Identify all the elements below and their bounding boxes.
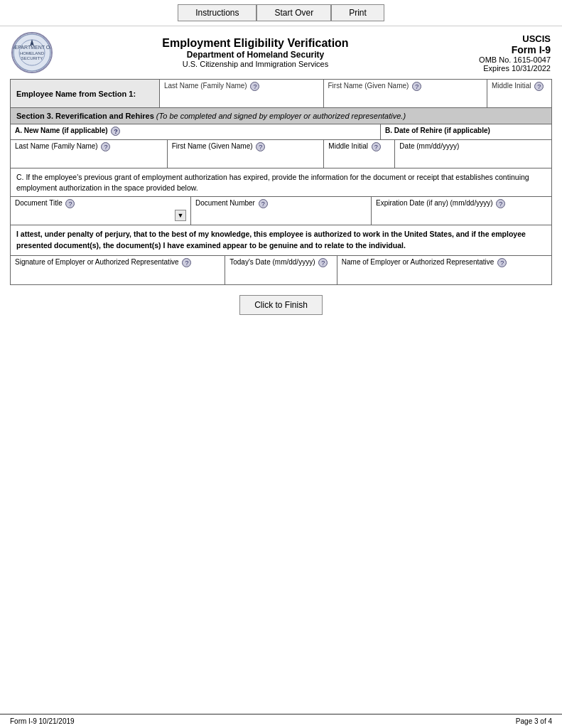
employee-name-fields: Last Name (Family Name) ? First Name (Gi… bbox=[160, 80, 551, 107]
doc-title-field: Document Title ? ▼ bbox=[11, 197, 191, 225]
doc-number-field: Document Number ? bbox=[191, 197, 372, 225]
print-button[interactable]: Print bbox=[331, 4, 384, 21]
doc-title-input[interactable] bbox=[15, 208, 175, 223]
s3-date-cell: Date (mm/dd/yyyy) bbox=[395, 140, 551, 168]
s3-first-name-cell: First Name (Given Name) ? bbox=[168, 140, 325, 168]
form-container: Employee Name from Section 1: Last Name … bbox=[10, 79, 552, 285]
expires: Expires 10/31/2022 bbox=[458, 64, 551, 73]
employee-name-row: Employee Name from Section 1: Last Name … bbox=[11, 80, 551, 108]
svg-text:SECURITY: SECURITY bbox=[21, 56, 43, 60]
col-a-label: A. New Name (if applicable) ? bbox=[15, 127, 376, 136]
section3-subtitle: (To be completed and signed by employer … bbox=[156, 112, 406, 120]
sig-input[interactable] bbox=[15, 267, 220, 282]
page-footer: Form I-9 10/21/2019 Page 3 of 4 bbox=[0, 714, 562, 728]
employee-name-label-text: Employee Name from Section 1: bbox=[16, 90, 136, 98]
employer-name-cell: Name of Employer or Authorized Represent… bbox=[337, 256, 551, 284]
attestation-row: I attest, under penalty of perjury, that… bbox=[11, 225, 551, 256]
doc-number-label: Document Number ? bbox=[195, 199, 367, 208]
expiration-date-field: Expiration Date (if any) (mm/dd/yyyy) ? bbox=[372, 197, 551, 225]
s3-middle-initial-label: Middle Initial ? bbox=[328, 142, 390, 151]
middle-initial-label: Middle Initial ? bbox=[492, 82, 547, 91]
s3-last-name-label: Last Name (Family Name) ? bbox=[15, 142, 163, 151]
doc-fields-row: Document Title ? ▼ Document Number ? Exp… bbox=[11, 197, 551, 225]
logo: DEPARTMENT OF HOMELAND SECURITY bbox=[11, 32, 53, 73]
doc-title-help-icon[interactable]: ? bbox=[65, 199, 75, 208]
header: DEPARTMENT OF HOMELAND SECURITY Employme… bbox=[0, 26, 562, 79]
doc-title-dropdown-button[interactable]: ▼ bbox=[175, 210, 186, 221]
middle-initial-field: Middle Initial ? bbox=[487, 80, 551, 107]
svg-text:HOMELAND: HOMELAND bbox=[20, 51, 45, 55]
expiration-date-label: Expiration Date (if any) (mm/dd/yyyy) ? bbox=[376, 199, 547, 208]
s3-first-name-input[interactable] bbox=[172, 151, 320, 166]
section3-ab-row: A. New Name (if applicable) ? B. Date of… bbox=[11, 124, 551, 140]
omb-number: OMB No. 1615-0047 bbox=[458, 55, 551, 64]
employer-name-label: Name of Employer or Authorized Represent… bbox=[342, 258, 547, 267]
sig-date-cell: Today's Date (mm/dd/yyyy) ? bbox=[225, 256, 337, 284]
employer-name-input[interactable] bbox=[342, 267, 547, 282]
doc-number-input[interactable] bbox=[195, 208, 367, 223]
start-over-button[interactable]: Start Over bbox=[256, 4, 331, 21]
employee-name-label: Employee Name from Section 1: bbox=[11, 80, 160, 107]
s3-last-name-input[interactable] bbox=[15, 151, 163, 166]
svg-text:DEPARTMENT OF: DEPARTMENT OF bbox=[13, 45, 51, 50]
first-name-label: First Name (Given Name) ? bbox=[328, 82, 483, 91]
employer-name-help-icon[interactable]: ? bbox=[497, 258, 507, 267]
footer-right: Page 3 of 4 bbox=[516, 717, 552, 725]
click-to-finish-button[interactable]: Click to Finish bbox=[239, 295, 323, 315]
col-a-help-icon[interactable]: ? bbox=[111, 127, 120, 136]
s3-date-input[interactable] bbox=[399, 150, 547, 164]
expiration-date-help-icon[interactable]: ? bbox=[496, 199, 505, 208]
footer-left: Form I-9 10/21/2019 bbox=[10, 717, 75, 725]
instructions-button[interactable]: Instructions bbox=[178, 4, 256, 21]
s3-middle-initial-cell: Middle Initial ? bbox=[324, 140, 395, 168]
col-b-label: B. Date of Rehire (if applicable) bbox=[385, 127, 547, 134]
sig-date-input[interactable] bbox=[229, 267, 333, 282]
header-center: Employment Eligibility Verification Depa… bbox=[53, 37, 458, 68]
doc-title-wrapper: ▼ bbox=[15, 208, 186, 223]
signature-row: Signature of Employer or Authorized Repr… bbox=[11, 256, 551, 284]
first-name-help-icon[interactable]: ? bbox=[412, 82, 421, 91]
s3-first-name-help-icon[interactable]: ? bbox=[256, 142, 265, 151]
first-name-input[interactable] bbox=[328, 91, 483, 105]
sig-help-icon[interactable]: ? bbox=[182, 258, 191, 267]
last-name-field: Last Name (Family Name) ? bbox=[160, 80, 324, 107]
uscis-label: USCIS bbox=[458, 33, 551, 44]
s3-middle-initial-input[interactable] bbox=[328, 151, 390, 166]
sig-label: Signature of Employer or Authorized Repr… bbox=[15, 258, 220, 267]
last-name-input[interactable] bbox=[164, 91, 319, 105]
section3-title: Section 3. Reverification and Rehires bbox=[16, 112, 154, 120]
last-name-label: Last Name (Family Name) ? bbox=[164, 82, 319, 91]
expiration-date-input[interactable] bbox=[376, 208, 547, 223]
middle-initial-help-icon[interactable]: ? bbox=[534, 82, 544, 91]
attestation-text: I attest, under penalty of perjury, that… bbox=[16, 230, 526, 250]
header-right: USCIS Form I-9 OMB No. 1615-0047 Expires… bbox=[458, 33, 551, 73]
doc-title-label: Document Title ? bbox=[15, 199, 186, 208]
sig-date-label: Today's Date (mm/dd/yyyy) ? bbox=[229, 258, 333, 267]
section3-header: Section 3. Reverification and Rehires (T… bbox=[11, 108, 551, 124]
section3-col-b: B. Date of Rehire (if applicable) bbox=[381, 124, 551, 139]
form-id: Form I-9 bbox=[458, 44, 551, 55]
section3-name-fields: Last Name (Family Name) ? First Name (Gi… bbox=[11, 140, 551, 168]
last-name-help-icon[interactable]: ? bbox=[250, 82, 259, 91]
s3-middle-initial-help-icon[interactable]: ? bbox=[372, 142, 381, 151]
section-c-description: C. If the employee's previous grant of e… bbox=[11, 168, 551, 197]
s3-first-name-label: First Name (Given Name) ? bbox=[172, 142, 320, 151]
form-subtitle: Department of Homeland Security bbox=[53, 50, 458, 60]
s3-last-name-help-icon[interactable]: ? bbox=[101, 142, 110, 151]
s3-date-label: Date (mm/dd/yyyy) bbox=[399, 142, 547, 150]
sig-cell: Signature of Employer or Authorized Repr… bbox=[11, 256, 225, 284]
s3-last-name-cell: Last Name (Family Name) ? bbox=[11, 140, 168, 168]
section3-col-a: A. New Name (if applicable) ? bbox=[11, 124, 381, 139]
middle-initial-input[interactable] bbox=[492, 91, 547, 105]
form-title: Employment Eligibility Verification bbox=[53, 37, 458, 50]
form-subsubtitle: U.S. Citizenship and Immigration Service… bbox=[53, 60, 458, 68]
finish-row: Click to Finish bbox=[0, 285, 562, 325]
first-name-field: First Name (Given Name) ? bbox=[324, 80, 488, 107]
sig-date-help-icon[interactable]: ? bbox=[318, 258, 328, 267]
doc-number-help-icon[interactable]: ? bbox=[259, 199, 268, 208]
top-nav: Instructions Start Over Print bbox=[0, 0, 562, 26]
